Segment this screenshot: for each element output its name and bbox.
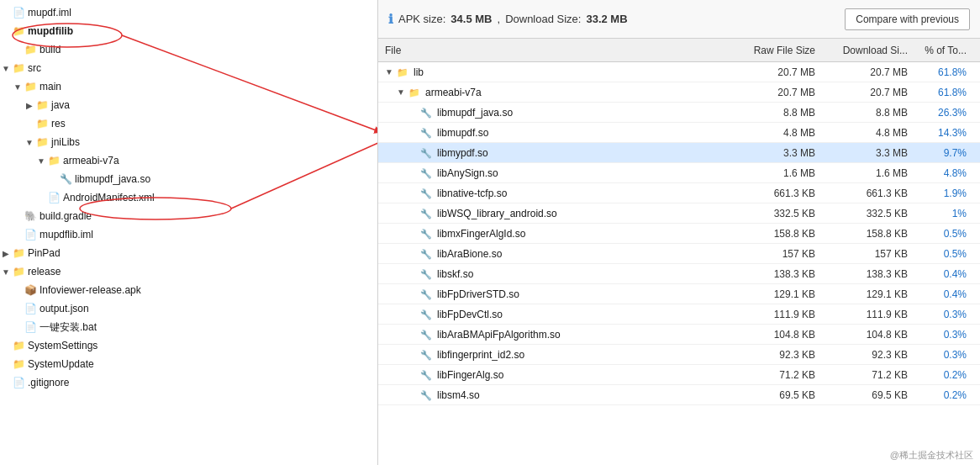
tree-item[interactable]: 🔧libmupdf_java.so	[0, 170, 377, 188]
table-row[interactable]: ▼📁armeabi-v7a20.7 MB20.7 MB61.8%	[378, 82, 980, 103]
row-percentage: 0.3%	[914, 329, 973, 341]
tree-file-icon: 📁	[12, 24, 25, 38]
tree-item[interactable]: 📁build	[0, 40, 377, 59]
row-percentage: 0.2%	[914, 389, 973, 401]
row-file-name: libmupdf.so	[437, 127, 730, 139]
table-row[interactable]: 🔧libsm4.so69.5 KB69.5 KB0.2%	[378, 385, 980, 405]
row-raw-size: 661.3 KB	[730, 188, 822, 199]
row-file-name: libFpDriverSTD.so	[437, 288, 730, 300]
table-row[interactable]: 🔧libFpDevCtl.so111.9 KB111.9 KB0.3%	[378, 304, 980, 325]
tree-item[interactable]: ▼📁armeabi-v7a	[0, 151, 377, 170]
row-percentage: 1%	[914, 208, 973, 219]
tree-item[interactable]: 📄mupdf.iml	[0, 3, 377, 22]
row-expand-icon: ▼	[385, 67, 397, 77]
download-label-text: Download Size:	[505, 13, 581, 25]
row-raw-size: 20.7 MB	[730, 66, 822, 78]
tree-file-icon: 📄	[24, 320, 37, 334]
row-percentage: 0.3%	[914, 349, 973, 361]
table-row[interactable]: 🔧libAnySign.so1.6 MB1.6 MB4.8%	[378, 163, 980, 183]
row-download-size: 71.2 KB	[822, 369, 914, 381]
tree-file-icon: 📁	[24, 43, 37, 56]
table-row[interactable]: 🔧libAraBione.so157 KB157 KB0.5%	[378, 244, 980, 264]
table-row[interactable]: 🔧libFingerAlg.so71.2 KB71.2 KB0.2%	[378, 365, 980, 385]
row-file-icon: 🔧	[420, 388, 434, 402]
tree-item[interactable]: 📄一键安装.bat	[0, 318, 377, 336]
table-row[interactable]: ▼📁lib20.7 MB20.7 MB61.8%	[378, 62, 980, 82]
tree-file-icon: 📁	[12, 61, 25, 75]
tree-item[interactable]: 📁mupdfilib	[0, 22, 377, 40]
row-percentage: 0.5%	[914, 248, 973, 260]
tree-item[interactable]: 📄AndroidManifest.xml	[0, 188, 377, 207]
top-bar: ℹ APK size: 34.5 MB , Download Size: 33.…	[378, 0, 980, 39]
tree-arrow-icon: ▼	[0, 267, 12, 277]
tree-item[interactable]: 📁res	[0, 114, 377, 133]
file-tree: 📄mupdf.iml📁mupdfilib📁build▼📁src▼📁main▶📁j…	[0, 3, 377, 392]
row-download-size: 92.3 KB	[822, 349, 914, 361]
tree-item-label: output.json	[40, 303, 371, 314]
row-raw-size: 104.8 KB	[730, 329, 822, 341]
table-row[interactable]: 🔧libmxFingerAlgId.so158.8 KB158.8 KB0.5%	[378, 224, 980, 244]
tree-file-icon: 📁	[24, 80, 37, 93]
row-download-size: 138.3 KB	[822, 268, 914, 280]
tree-item[interactable]: 📄output.json	[0, 299, 377, 318]
row-percentage: 4.8%	[914, 167, 973, 179]
tree-item[interactable]: 📁SystemUpdate	[0, 355, 377, 373]
table-row[interactable]: 🔧libskf.so138.3 KB138.3 KB0.4%	[378, 264, 980, 284]
row-file-icon: 🔧	[420, 146, 434, 160]
table-row[interactable]: 🔧libFpDriverSTD.so129.1 KB129.1 KB0.4%	[378, 284, 980, 304]
tree-item-label: AndroidManifest.xml	[63, 192, 371, 203]
row-download-size: 129.1 KB	[822, 288, 914, 300]
tree-file-icon: 📁	[35, 117, 49, 130]
tree-item-label: java	[51, 99, 371, 111]
apk-info: ℹ APK size: 34.5 MB , Download Size: 33.…	[388, 12, 628, 27]
tree-file-icon: 📁	[12, 246, 25, 260]
row-raw-size: 129.1 KB	[730, 288, 822, 300]
tree-file-icon: 🔧	[59, 172, 72, 186]
tree-arrow-icon: ▼	[35, 156, 47, 166]
tree-item[interactable]: 📦Infoviewer-release.apk	[0, 281, 377, 299]
tree-item[interactable]: ▶📁PinPad	[0, 244, 377, 262]
row-file-name: lib	[414, 66, 730, 78]
row-file-icon: 🔧	[420, 288, 434, 301]
row-download-size: 4.8 MB	[822, 127, 914, 139]
row-file-icon: 🔧	[420, 267, 434, 281]
table-header: File Raw File Size Download Si... % of T…	[378, 39, 980, 62]
tree-item[interactable]: 📁SystemSettings	[0, 336, 377, 355]
tree-item[interactable]: ▼📁release	[0, 262, 377, 281]
row-file-icon: 🔧	[420, 247, 434, 261]
table-row[interactable]: 🔧libWSQ_library_android.so332.5 KB332.5 …	[378, 203, 980, 224]
tree-item[interactable]: 🐘build.gradle	[0, 207, 377, 225]
tree-item[interactable]: ▼📁src	[0, 59, 377, 77]
tree-arrow-icon: ▶	[24, 101, 35, 110]
table-row[interactable]: 🔧libAraBMApiFpAlgorithm.so104.8 KB104.8 …	[378, 325, 980, 345]
tree-item[interactable]: ▶📁java	[0, 96, 377, 114]
row-file-icon: 🔧	[420, 368, 434, 382]
row-download-size: 20.7 MB	[822, 66, 914, 78]
table-row[interactable]: 🔧libfingerprint_id2.so92.3 KB92.3 KB0.3%	[378, 345, 980, 365]
tree-item[interactable]: 📄mupdflib.iml	[0, 225, 377, 244]
tree-item-label: jniLibs	[51, 136, 371, 148]
compare-button[interactable]: Compare with previous	[845, 8, 970, 30]
apk-size-value: 34.5 MB	[450, 13, 492, 25]
col-file-header: File	[385, 45, 730, 56]
row-file-icon: 🔧	[420, 106, 434, 119]
row-file-name: libmxFingerAlgId.so	[437, 228, 730, 240]
table-row[interactable]: 🔧libnative-tcfp.so661.3 KB661.3 KB1.9%	[378, 183, 980, 203]
tree-item[interactable]: ▼📁jniLibs	[0, 133, 377, 151]
tree-arrow-icon: ▼	[24, 138, 35, 147]
row-file-icon: 🔧	[420, 126, 434, 140]
row-download-size: 69.5 KB	[822, 389, 914, 401]
row-percentage: 14.3%	[914, 127, 973, 139]
table-row[interactable]: 🔧libmypdf.so3.3 MB3.3 MB9.7%	[378, 143, 980, 163]
tree-file-icon: 📦	[24, 283, 37, 297]
table-row[interactable]: 🔧libmupdf.so4.8 MB4.8 MB14.3%	[378, 123, 980, 143]
tree-item-label: mupdfilib	[28, 25, 371, 37]
table-row[interactable]: 🔧libmupdf_java.so8.8 MB8.8 MB26.3%	[378, 103, 980, 123]
tree-file-icon: 📁	[35, 98, 49, 112]
row-raw-size: 71.2 KB	[730, 369, 822, 381]
download-label: ,	[498, 13, 501, 25]
tree-item[interactable]: 📄.gitignore	[0, 373, 377, 392]
apk-size-label: APK size:	[398, 13, 445, 25]
tree-item[interactable]: ▼📁main	[0, 77, 377, 96]
row-file-name: libmupdf_java.so	[437, 107, 730, 119]
